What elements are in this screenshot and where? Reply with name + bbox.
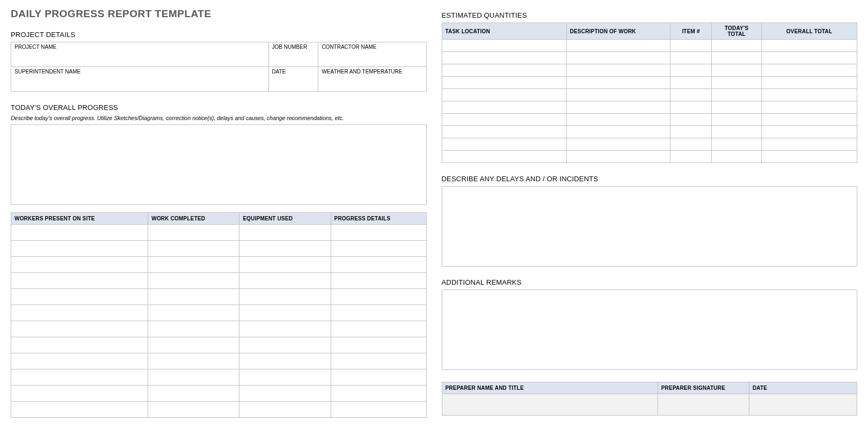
table-cell[interactable] xyxy=(331,289,426,305)
table-cell[interactable] xyxy=(11,241,148,257)
table-cell[interactable] xyxy=(239,353,331,369)
table-cell[interactable] xyxy=(239,402,331,418)
table-cell[interactable] xyxy=(670,89,711,101)
table-cell[interactable] xyxy=(442,52,566,64)
table-cell[interactable] xyxy=(148,369,239,386)
table-cell[interactable] xyxy=(670,64,711,77)
input-preparer-name[interactable] xyxy=(442,394,658,416)
table-cell[interactable] xyxy=(670,151,711,163)
table-cell[interactable] xyxy=(762,89,857,101)
table-cell[interactable] xyxy=(712,52,762,64)
table-cell[interactable] xyxy=(670,138,711,151)
table-cell[interactable] xyxy=(762,52,857,64)
table-cell[interactable] xyxy=(442,151,566,163)
table-cell[interactable] xyxy=(239,369,331,386)
table-cell[interactable] xyxy=(442,40,566,52)
table-cell[interactable] xyxy=(148,289,239,305)
table-cell[interactable] xyxy=(670,77,711,89)
input-remarks[interactable] xyxy=(442,290,858,370)
table-cell[interactable] xyxy=(670,101,711,114)
table-cell[interactable] xyxy=(331,402,426,418)
table-cell[interactable] xyxy=(11,305,148,321)
table-cell[interactable] xyxy=(239,257,331,273)
input-preparer-sig[interactable] xyxy=(658,394,749,416)
table-cell[interactable] xyxy=(712,114,762,126)
table-cell[interactable] xyxy=(712,101,762,114)
input-superintendent-name[interactable] xyxy=(11,76,269,92)
table-cell[interactable] xyxy=(11,369,148,386)
table-cell[interactable] xyxy=(148,273,239,289)
table-cell[interactable] xyxy=(566,114,670,126)
table-cell[interactable] xyxy=(566,89,670,101)
table-cell[interactable] xyxy=(148,321,239,337)
table-cell[interactable] xyxy=(331,273,426,289)
table-cell[interactable] xyxy=(762,138,857,151)
table-cell[interactable] xyxy=(442,114,566,126)
table-cell[interactable] xyxy=(762,114,857,126)
table-cell[interactable] xyxy=(566,64,670,77)
table-cell[interactable] xyxy=(762,126,857,138)
table-cell[interactable] xyxy=(762,77,857,89)
table-cell[interactable] xyxy=(148,257,239,273)
table-cell[interactable] xyxy=(442,77,566,89)
table-cell[interactable] xyxy=(670,114,711,126)
table-cell[interactable] xyxy=(148,225,239,241)
table-cell[interactable] xyxy=(148,353,239,369)
table-cell[interactable] xyxy=(331,257,426,273)
table-cell[interactable] xyxy=(712,40,762,52)
table-cell[interactable] xyxy=(670,52,711,64)
table-cell[interactable] xyxy=(762,101,857,114)
table-cell[interactable] xyxy=(239,273,331,289)
table-cell[interactable] xyxy=(442,138,566,151)
table-cell[interactable] xyxy=(442,126,566,138)
table-cell[interactable] xyxy=(331,386,426,402)
table-cell[interactable] xyxy=(762,64,857,77)
input-delays[interactable] xyxy=(442,186,858,266)
table-cell[interactable] xyxy=(331,321,426,337)
table-cell[interactable] xyxy=(762,40,857,52)
table-cell[interactable] xyxy=(712,77,762,89)
table-cell[interactable] xyxy=(239,321,331,337)
input-project-name[interactable] xyxy=(11,51,269,67)
table-cell[interactable] xyxy=(239,337,331,353)
table-cell[interactable] xyxy=(331,225,426,241)
table-cell[interactable] xyxy=(239,386,331,402)
table-cell[interactable] xyxy=(566,138,670,151)
table-cell[interactable] xyxy=(239,241,331,257)
table-cell[interactable] xyxy=(566,40,670,52)
input-weather-temp[interactable] xyxy=(318,76,426,92)
table-cell[interactable] xyxy=(712,89,762,101)
table-cell[interactable] xyxy=(11,257,148,273)
table-cell[interactable] xyxy=(442,89,566,101)
table-cell[interactable] xyxy=(148,241,239,257)
table-cell[interactable] xyxy=(442,101,566,114)
table-cell[interactable] xyxy=(670,126,711,138)
table-cell[interactable] xyxy=(148,337,239,353)
table-cell[interactable] xyxy=(712,151,762,163)
table-cell[interactable] xyxy=(762,151,857,163)
table-cell[interactable] xyxy=(11,337,148,353)
table-cell[interactable] xyxy=(712,126,762,138)
table-cell[interactable] xyxy=(712,138,762,151)
input-signoff-date[interactable] xyxy=(749,394,857,416)
table-cell[interactable] xyxy=(331,369,426,386)
table-cell[interactable] xyxy=(331,353,426,369)
table-cell[interactable] xyxy=(11,353,148,369)
table-cell[interactable] xyxy=(148,386,239,402)
table-cell[interactable] xyxy=(566,77,670,89)
table-cell[interactable] xyxy=(148,305,239,321)
table-cell[interactable] xyxy=(566,52,670,64)
input-date[interactable] xyxy=(268,76,318,92)
table-cell[interactable] xyxy=(11,273,148,289)
table-cell[interactable] xyxy=(239,289,331,305)
input-job-number[interactable] xyxy=(268,51,318,67)
table-cell[interactable] xyxy=(331,337,426,353)
table-cell[interactable] xyxy=(11,386,148,402)
input-contractor-name[interactable] xyxy=(318,51,426,67)
table-cell[interactable] xyxy=(148,402,239,418)
table-cell[interactable] xyxy=(11,225,148,241)
table-cell[interactable] xyxy=(239,305,331,321)
table-cell[interactable] xyxy=(566,151,670,163)
table-cell[interactable] xyxy=(11,321,148,337)
table-cell[interactable] xyxy=(670,40,711,52)
